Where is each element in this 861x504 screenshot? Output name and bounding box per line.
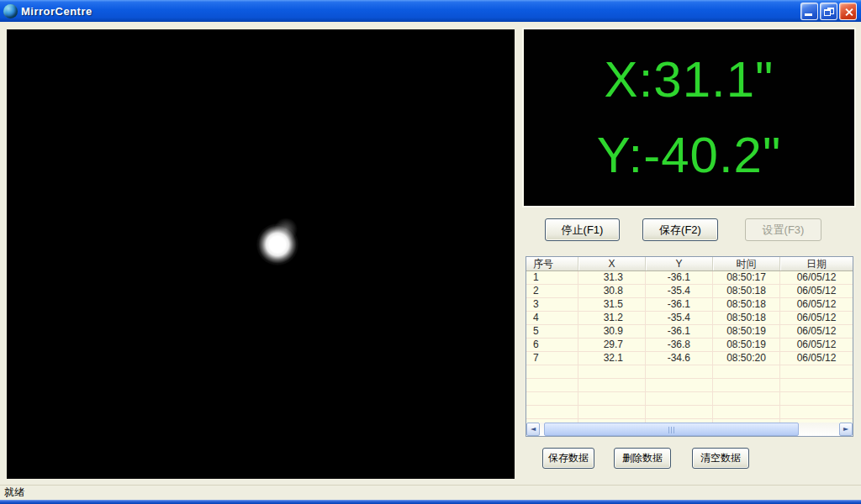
table-row: [526, 406, 853, 419]
table-cell: [646, 392, 713, 405]
stop-button[interactable]: 停止(F1): [545, 218, 620, 241]
table-cell: 08:50:19: [713, 325, 780, 338]
table-cell: 4: [526, 312, 578, 324]
column-header-date[interactable]: 日期: [780, 257, 853, 270]
table-cell: 08:50:19: [713, 339, 780, 351]
table-cell: [526, 406, 578, 418]
table-cell: 1: [526, 271, 578, 284]
titlebar[interactable]: MirrorCentre: [0, 0, 861, 22]
table-row: [526, 379, 853, 392]
delete-data-button[interactable]: 删除数据: [614, 448, 671, 469]
table-cell: 31.3: [578, 271, 646, 284]
table-row[interactable]: 431.2-35.408:50:1806/05/12: [526, 312, 853, 325]
table-cell: 6: [526, 339, 578, 351]
app-icon: [3, 4, 18, 18]
table-cell: 08:50:20: [713, 352, 780, 365]
scroll-left-button[interactable]: ◄: [526, 423, 540, 436]
table-cell: 31.2: [578, 312, 646, 324]
laser-spot: [256, 223, 298, 265]
table-cell: -36.1: [646, 271, 713, 284]
table-cell: 06/05/12: [780, 352, 853, 365]
table-cell: 2: [526, 285, 578, 297]
table-row[interactable]: 131.3-36.108:50:1706/05/12: [526, 271, 853, 285]
scrollbar-grip-icon: [668, 427, 675, 433]
table-row[interactable]: 530.9-36.108:50:1906/05/12: [526, 325, 853, 339]
status-bar: 就绪: [0, 485, 861, 500]
horizontal-scrollbar[interactable]: ◄ ►: [526, 423, 853, 436]
table-cell: [578, 379, 646, 391]
column-header-time[interactable]: 时间: [713, 257, 780, 270]
table-cell: 32.1: [578, 352, 646, 365]
table-cell: 06/05/12: [780, 285, 853, 297]
table-cell: 7: [526, 352, 578, 365]
app-window: MirrorCentre X:31.1" Y:-40.2" 停止(F1) 保存(…: [0, 0, 861, 504]
table-cell: 31.5: [578, 298, 646, 311]
table-cell: 06/05/12: [780, 312, 853, 324]
table-cell: -36.8: [646, 339, 713, 351]
table-cell: 06/05/12: [780, 339, 853, 351]
coordinate-display: X:31.1" Y:-40.2": [522, 28, 856, 207]
table-row[interactable]: 732.1-34.608:50:2006/05/12: [526, 352, 853, 365]
table-cell: [646, 379, 713, 391]
minimize-icon: [805, 13, 812, 16]
data-table: 序号 X Y 时间 日期 131.3-36.108:50:1706/05/122…: [526, 256, 853, 437]
table-cell: [526, 379, 578, 391]
restore-icon: [824, 8, 834, 16]
table-cell: 08:50:18: [713, 298, 780, 311]
window-bottom-border: [0, 500, 861, 504]
table-cell: 06/05/12: [780, 298, 853, 311]
table-cell: 30.9: [578, 325, 646, 338]
column-header-x[interactable]: X: [578, 257, 646, 270]
table-row: [526, 392, 853, 406]
save-data-button[interactable]: 保存数据: [542, 448, 594, 469]
clear-data-button[interactable]: 清空数据: [692, 448, 749, 469]
table-cell: 06/05/12: [780, 271, 853, 284]
table-row: [526, 365, 853, 379]
table-cell: [526, 392, 578, 405]
table-row[interactable]: 230.8-35.408:50:1806/05/12: [526, 285, 853, 298]
restore-button[interactable]: [820, 3, 837, 20]
table-cell: [713, 365, 780, 378]
column-header-y[interactable]: Y: [646, 257, 713, 270]
table-cell: [780, 392, 853, 405]
table-row[interactable]: 629.7-36.808:50:1906/05/12: [526, 339, 853, 352]
table-cell: 5: [526, 325, 578, 338]
table-cell: 08:50:18: [713, 312, 780, 324]
camera-view: [7, 29, 515, 479]
window-title: MirrorCentre: [21, 5, 92, 18]
scrollbar-thumb[interactable]: [544, 423, 799, 436]
table-cell: [780, 365, 853, 378]
table-cell: 29.7: [578, 339, 646, 351]
table-cell: [526, 365, 578, 378]
y-readout: Y:-40.2": [597, 130, 781, 181]
table-cell: -34.6: [646, 352, 713, 365]
table-cell: -36.1: [646, 325, 713, 338]
table-cell: [646, 406, 713, 418]
scroll-right-button[interactable]: ►: [839, 423, 853, 436]
table-cell: [578, 392, 646, 405]
x-readout: X:31.1": [605, 55, 774, 105]
table-row[interactable]: 331.5-36.108:50:1806/05/12: [526, 298, 853, 312]
status-text: 就绪: [4, 486, 24, 500]
minimize-button[interactable]: [800, 3, 818, 20]
table-cell: [713, 392, 780, 405]
table-cell: -35.4: [646, 312, 713, 324]
table-header: 序号 X Y 时间 日期: [526, 257, 853, 271]
window-controls: [800, 3, 857, 20]
column-header-index[interactable]: 序号: [526, 257, 578, 270]
table-cell: 08:50:17: [713, 271, 780, 284]
table-cell: -36.1: [646, 298, 713, 311]
settings-button: 设置(F3): [745, 218, 821, 241]
table-cell: [780, 379, 853, 391]
table-cell: [646, 365, 713, 378]
table-body: 131.3-36.108:50:1706/05/12230.8-35.408:5…: [526, 271, 853, 423]
table-cell: [578, 406, 646, 418]
table-cell: [713, 406, 780, 418]
scrollbar-track[interactable]: [540, 423, 839, 436]
save-button[interactable]: 保存(F2): [642, 218, 718, 241]
table-cell: 08:50:18: [713, 285, 780, 297]
table-cell: [780, 406, 853, 418]
table-cell: -35.4: [646, 285, 713, 297]
table-cell: 06/05/12: [780, 325, 853, 338]
close-button[interactable]: [839, 3, 857, 20]
